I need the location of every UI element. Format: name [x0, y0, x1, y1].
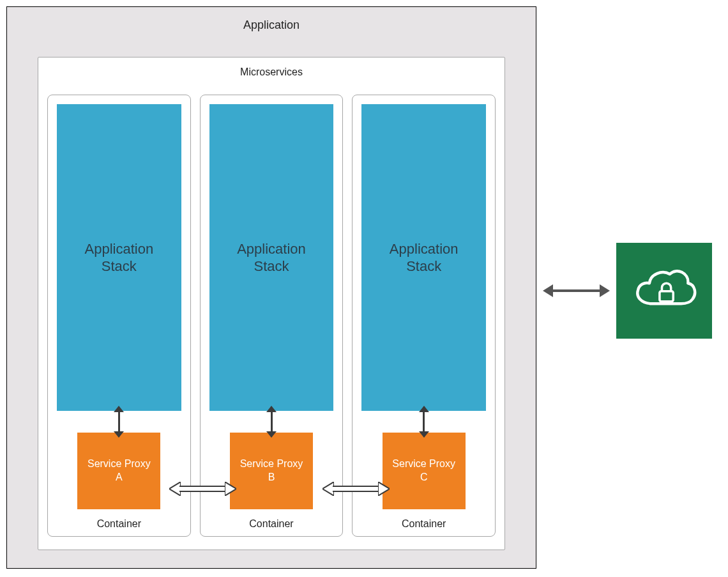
- container-a: Application Stack Service Proxy A Contai…: [47, 95, 191, 537]
- service-proxy-label: Service Proxy C: [392, 458, 455, 484]
- microservices-title: Microservices: [38, 58, 504, 84]
- connector-stack-to-proxy-a: [118, 411, 120, 433]
- container-label-a: Container: [97, 518, 141, 530]
- service-proxy-label: Service Proxy A: [87, 458, 151, 484]
- connector-app-to-cloud: [543, 283, 610, 298]
- containers-row: Application Stack Service Proxy A Contai…: [47, 95, 496, 537]
- svg-marker-3: [378, 482, 390, 496]
- microservices-frame: Microservices Application Stack Service …: [38, 57, 505, 550]
- application-title: Application: [7, 7, 536, 41]
- service-proxy-label: Service Proxy B: [240, 458, 303, 484]
- cloud-lock-icon: [629, 264, 699, 318]
- application-stack-label: Application Stack: [237, 240, 306, 275]
- service-proxy-c: Service Proxy C: [383, 433, 466, 509]
- connector-stack-to-proxy-b: [271, 411, 273, 433]
- application-frame: Application Microservices Application St…: [6, 6, 536, 569]
- application-stack-label: Application Stack: [390, 240, 459, 275]
- connector-proxy-a-to-b: [169, 482, 236, 496]
- container-label-c: Container: [402, 518, 446, 530]
- application-stack-b: Application Stack: [209, 104, 334, 411]
- connector-stack-to-proxy-c: [423, 411, 425, 433]
- application-stack-label: Application Stack: [85, 240, 154, 275]
- application-stack-a: Application Stack: [57, 104, 181, 411]
- connector-proxy-b-to-c: [322, 482, 390, 496]
- service-proxy-a: Service Proxy A: [77, 433, 160, 509]
- application-stack-c: Application Stack: [361, 104, 486, 411]
- svg-rect-4: [660, 291, 673, 302]
- container-label-b: Container: [249, 518, 293, 530]
- svg-marker-1: [225, 482, 236, 496]
- container-b: Application Stack Service Proxy B Contai…: [200, 95, 344, 537]
- cloud-service: [616, 243, 712, 339]
- container-c: Application Stack Service Proxy C Contai…: [352, 95, 496, 537]
- service-proxy-b: Service Proxy B: [230, 433, 313, 509]
